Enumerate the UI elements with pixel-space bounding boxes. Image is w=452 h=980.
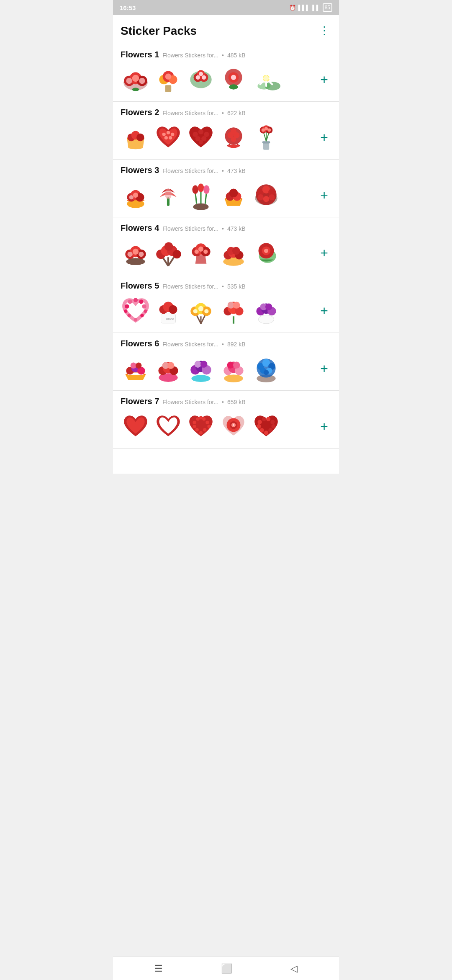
svg-point-145: [258, 315, 274, 324]
sticker-thumb[interactable]: [121, 353, 151, 384]
app-header: Sticker Packs ⋮: [113, 15, 339, 44]
pack-header: Flowers 7 Flowers Stickers for... • 659 …: [121, 397, 331, 406]
pack-size: 473 kB: [227, 225, 246, 232]
svg-line-69: [205, 192, 206, 204]
sticker-thumb[interactable]: [251, 180, 281, 210]
add-pack-button[interactable]: +: [317, 129, 331, 146]
sticker-thumb[interactable]: [186, 122, 216, 152]
sticker-thumb[interactable]: [153, 64, 183, 95]
sticker-thumb[interactable]: Brand: [153, 296, 183, 326]
sticker-thumb[interactable]: [121, 64, 151, 95]
sticker-thumb[interactable]: [186, 296, 216, 326]
svg-point-97: [172, 250, 181, 259]
svg-point-57: [267, 128, 271, 132]
sticker-thumb[interactable]: [153, 238, 183, 268]
sticker-thumb[interactable]: [218, 411, 249, 441]
sticker-thumb[interactable]: [251, 64, 281, 95]
svg-point-63: [133, 193, 138, 198]
svg-point-4: [126, 78, 132, 84]
pack-header: Flowers 1 Flowers Stickers for... • 485 …: [121, 50, 331, 59]
svg-point-185: [202, 417, 205, 420]
svg-point-154: [131, 363, 136, 369]
pack-section-flowers2: Flowers 2 Flowers Stickers for... • 622 …: [113, 102, 339, 160]
sticker-thumb[interactable]: [218, 238, 249, 268]
sticker-thumb[interactable]: [121, 238, 151, 268]
sticker-thumb[interactable]: [153, 353, 183, 384]
svg-point-110: [232, 247, 240, 255]
sticker-thumb[interactable]: [251, 296, 281, 326]
sticker-thumb[interactable]: [218, 296, 249, 326]
svg-text:Brand: Brand: [166, 317, 174, 321]
add-pack-button[interactable]: +: [317, 245, 331, 261]
pack-header: Flowers 5 Flowers Stickers for... • 535 …: [121, 281, 331, 291]
sticker-thumb[interactable]: [121, 411, 151, 441]
battery-indicator: 85: [323, 3, 332, 12]
sticker-thumb[interactable]: [186, 238, 216, 268]
sticker-thumb[interactable]: [186, 353, 216, 384]
svg-point-12: [165, 74, 171, 80]
svg-point-161: [167, 362, 174, 369]
svg-point-22: [231, 75, 236, 80]
pack-desc: Flowers Stickers for...: [162, 110, 218, 116]
svg-point-37: [198, 129, 203, 134]
svg-point-198: [266, 417, 270, 421]
svg-point-75: [229, 189, 238, 198]
add-pack-button[interactable]: +: [317, 418, 331, 435]
pack-desc: Flowers Stickers for...: [162, 168, 218, 174]
sticker-thumb[interactable]: [186, 180, 216, 210]
svg-point-184: [199, 416, 203, 419]
pack-stickers: +: [121, 238, 331, 268]
svg-point-123: [127, 314, 131, 317]
svg-point-197: [262, 417, 266, 421]
svg-point-65: [165, 189, 172, 199]
sticker-thumb[interactable]: [218, 122, 249, 152]
svg-point-27: [264, 76, 269, 81]
add-pack-button[interactable]: +: [317, 187, 331, 204]
add-pack-button[interactable]: +: [317, 360, 331, 377]
svg-point-81: [257, 194, 263, 200]
sticker-thumb[interactable]: [251, 353, 281, 384]
svg-point-102: [195, 250, 199, 254]
sticker-thumb[interactable]: [218, 64, 249, 95]
sticker-thumb[interactable]: [251, 238, 281, 268]
pack-name: Flowers 3: [121, 165, 159, 175]
svg-point-84: [126, 258, 145, 265]
sticker-thumb[interactable]: [121, 296, 151, 326]
svg-point-19: [199, 72, 203, 76]
svg-point-137: [198, 306, 203, 311]
sticker-thumb[interactable]: [121, 180, 151, 210]
pack-size: 473 kB: [227, 168, 246, 174]
sticker-thumb[interactable]: [121, 122, 151, 152]
pack-header: Flowers 2 Flowers Stickers for... • 622 …: [121, 108, 331, 117]
add-pack-button[interactable]: +: [317, 71, 331, 88]
pack-name: Flowers 5: [121, 281, 159, 291]
svg-point-6: [139, 78, 145, 84]
overflow-menu-button[interactable]: ⋮: [317, 23, 331, 39]
packs-list: Flowers 1 Flowers Stickers for... • 485 …: [113, 44, 339, 449]
add-pack-button[interactable]: +: [317, 302, 331, 319]
svg-point-72: [203, 185, 209, 194]
sticker-thumb[interactable]: [186, 64, 216, 95]
svg-point-189: [195, 428, 199, 431]
svg-point-41: [199, 140, 203, 144]
sticker-thumb[interactable]: [251, 122, 281, 152]
sticker-thumb[interactable]: [218, 180, 249, 210]
pack-dot: •: [222, 52, 224, 59]
pack-section-flowers5: Flowers 5 Flowers Stickers for... • 535 …: [113, 275, 339, 333]
svg-point-46: [231, 137, 236, 142]
sticker-thumb[interactable]: [186, 411, 216, 441]
pack-name: Flowers 6: [121, 339, 159, 348]
svg-point-33: [171, 133, 174, 136]
sticker-thumb[interactable]: [218, 353, 249, 384]
sticker-thumb[interactable]: [153, 122, 183, 152]
sticker-thumb[interactable]: [251, 411, 281, 441]
svg-point-138: [204, 309, 208, 313]
pack-section-flowers3: Flowers 3 Flowers Stickers for... • 473 …: [113, 160, 339, 217]
sticker-thumb[interactable]: [153, 180, 183, 210]
main-content: Sticker Packs ⋮ Flowers 1 Flowers Sticke…: [113, 15, 339, 474]
svg-point-104: [203, 250, 208, 254]
svg-point-172: [227, 362, 234, 369]
sticker-thumb[interactable]: [153, 411, 183, 441]
svg-point-155: [136, 363, 141, 369]
pack-section-flowers7: Flowers 7 Flowers Stickers for... • 659 …: [113, 391, 339, 449]
